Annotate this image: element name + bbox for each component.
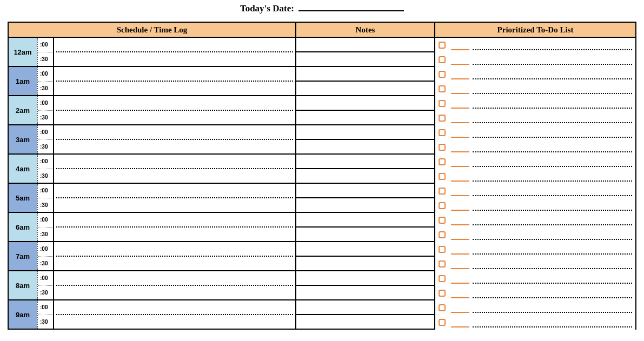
priority-line[interactable] [451, 49, 469, 50]
todo-checkbox[interactable] [439, 217, 446, 224]
note-row[interactable] [296, 125, 434, 140]
todo-row [435, 82, 635, 96]
note-row[interactable] [296, 140, 434, 155]
todo-text-line[interactable] [473, 210, 632, 211]
todo-text-line[interactable] [473, 64, 632, 65]
schedule-write-area[interactable] [56, 67, 295, 95]
note-row[interactable] [296, 111, 434, 125]
priority-line[interactable] [451, 78, 469, 79]
todo-checkbox[interactable] [439, 173, 446, 180]
note-row[interactable] [296, 67, 434, 82]
priority-line[interactable] [451, 210, 469, 211]
minute-labels: :00:30 [38, 67, 53, 95]
note-row[interactable] [296, 271, 434, 286]
todo-checkbox[interactable] [439, 275, 446, 282]
schedule-write-area[interactable] [56, 155, 295, 183]
priority-line[interactable] [451, 297, 469, 298]
priority-line[interactable] [451, 166, 469, 167]
note-row[interactable] [296, 228, 434, 242]
todo-checkbox[interactable] [439, 100, 446, 107]
schedule-write-area[interactable] [56, 213, 295, 241]
schedule-write-area[interactable] [56, 38, 295, 66]
minute-30: :30 [38, 169, 53, 183]
priority-line[interactable] [451, 180, 469, 182]
separator [53, 155, 54, 183]
schedule-write-area[interactable] [56, 271, 295, 299]
todo-text-line[interactable] [473, 312, 632, 313]
note-row[interactable] [296, 38, 434, 52]
todo-checkbox[interactable] [439, 56, 446, 63]
date-input-line[interactable] [298, 10, 404, 11]
todo-checkbox[interactable] [439, 290, 446, 297]
schedule-write-area[interactable] [56, 242, 295, 270]
todo-text-line[interactable] [473, 283, 632, 284]
todo-checkbox[interactable] [439, 42, 446, 49]
note-row[interactable] [296, 52, 434, 67]
todo-checkbox[interactable] [439, 85, 446, 92]
priority-line[interactable] [451, 122, 469, 123]
priority-line[interactable] [451, 326, 469, 327]
priority-line[interactable] [451, 108, 469, 109]
todo-checkbox[interactable] [439, 158, 446, 165]
priority-line[interactable] [451, 137, 469, 138]
note-row[interactable] [296, 198, 434, 213]
todo-text-line[interactable] [473, 166, 632, 167]
todo-checkbox[interactable] [439, 304, 446, 311]
todo-text-line[interactable] [473, 180, 632, 182]
todo-text-line[interactable] [473, 93, 632, 94]
priority-line[interactable] [451, 239, 469, 240]
priority-line[interactable] [451, 151, 469, 152]
note-row[interactable] [296, 242, 434, 257]
note-row[interactable] [296, 96, 434, 111]
schedule-write-area[interactable] [56, 96, 295, 124]
todo-checkbox[interactable] [439, 188, 446, 195]
hour-row: 2am:00:30 [9, 96, 295, 125]
schedule-write-area[interactable] [56, 125, 295, 153]
todo-checkbox[interactable] [439, 260, 446, 268]
priority-line[interactable] [451, 312, 469, 313]
todo-checkbox[interactable] [439, 115, 446, 122]
todo-text-line[interactable] [473, 253, 632, 255]
todo-checkbox[interactable] [439, 71, 446, 78]
note-row[interactable] [296, 82, 434, 96]
note-row[interactable] [296, 155, 434, 169]
todo-text-line[interactable] [473, 195, 632, 196]
priority-line[interactable] [451, 224, 469, 225]
todo-text-line[interactable] [473, 297, 632, 298]
priority-line[interactable] [451, 93, 469, 94]
note-row[interactable] [296, 257, 434, 271]
todo-checkbox[interactable] [439, 246, 446, 253]
priority-line[interactable] [451, 195, 469, 196]
todo-text-line[interactable] [473, 326, 632, 327]
priority-line[interactable] [451, 283, 469, 284]
todo-text-line[interactable] [473, 137, 632, 138]
todo-checkbox[interactable] [439, 202, 446, 209]
todo-checkbox[interactable] [439, 319, 446, 326]
schedule-write-area[interactable] [56, 300, 295, 329]
hour-row: 4am:00:30 [9, 155, 295, 184]
priority-line[interactable] [451, 64, 469, 65]
schedule-write-area[interactable] [56, 184, 295, 212]
note-row[interactable] [296, 300, 434, 315]
note-row[interactable] [296, 315, 434, 330]
todo-row [435, 125, 635, 140]
todo-text-line[interactable] [473, 78, 632, 79]
todo-checkbox[interactable] [439, 129, 446, 136]
priority-line[interactable] [451, 268, 469, 269]
todo-row [435, 67, 635, 82]
todo-checkbox[interactable] [439, 231, 446, 238]
note-row[interactable] [296, 213, 434, 228]
todo-text-line[interactable] [473, 224, 632, 225]
note-row[interactable] [296, 169, 434, 184]
priority-line[interactable] [451, 253, 469, 255]
todo-row [435, 198, 635, 213]
todo-checkbox[interactable] [439, 144, 446, 151]
todo-text-line[interactable] [473, 268, 632, 269]
todo-text-line[interactable] [473, 108, 632, 109]
note-row[interactable] [296, 184, 434, 198]
todo-text-line[interactable] [473, 49, 632, 50]
note-row[interactable] [296, 286, 434, 300]
todo-text-line[interactable] [473, 239, 632, 240]
todo-text-line[interactable] [473, 122, 632, 123]
todo-text-line[interactable] [473, 151, 632, 152]
